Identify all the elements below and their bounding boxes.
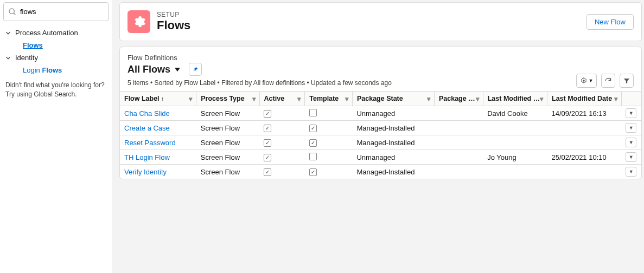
gear-icon <box>132 15 146 29</box>
col-flow-label[interactable]: Flow Label ↑▾ <box>120 92 196 106</box>
cell-process-type: Screen Flow <box>196 135 259 150</box>
cell-active: ✓ <box>259 165 305 179</box>
flow-link[interactable]: Create a Case <box>124 124 170 132</box>
row-actions-button[interactable]: ▼ <box>626 108 636 118</box>
table-row: Create a Case Screen Flow ✓ ✓ Managed-In… <box>120 121 641 135</box>
svg-point-0 <box>9 9 14 14</box>
gear-icon <box>580 77 588 84</box>
cell-process-type: Screen Flow <box>196 121 259 135</box>
cell-modified-by: David Cooke <box>483 106 547 121</box>
flow-link[interactable]: Verify Identity <box>124 168 167 176</box>
table-row: Verify Identity Screen Flow ✓ ✓ Managed-… <box>120 165 641 179</box>
filter-icon <box>623 77 630 84</box>
row-actions-button[interactable]: ▼ <box>626 123 636 133</box>
svg-point-2 <box>583 80 585 82</box>
cell-package-name <box>434 150 483 165</box>
chevron-down-icon: ▾ <box>252 95 256 103</box>
list-subtitle: Flow Definitions <box>127 54 634 62</box>
col-last-modified-date[interactable]: Last Modified Date▾ <box>547 92 622 106</box>
cell-template: ✓ <box>305 121 353 135</box>
cell-template <box>305 150 353 165</box>
list-view-dropdown[interactable] <box>175 68 180 72</box>
chevron-down-icon: ▾ <box>345 95 349 103</box>
main-content: SETUP Flows New Flow Flow Definitions Al… <box>112 0 644 273</box>
setup-gear-badge <box>127 10 150 33</box>
cell-package-state: Unmanaged <box>352 150 434 165</box>
cell-active: ✓ <box>259 150 305 165</box>
table-row: TH Login Flow Screen Flow ✓ Unmanaged Jo… <box>120 150 641 165</box>
caret-down-icon: ▼ <box>629 169 634 174</box>
filter-button[interactable] <box>620 74 634 88</box>
flow-link[interactable]: Cha Cha Slide <box>124 109 170 118</box>
quick-find-input[interactable] <box>20 8 104 16</box>
chevron-down-icon: ▾ <box>427 95 431 103</box>
cell-package-state: Unmanaged <box>352 106 434 121</box>
cell-modified-date: 25/02/2021 10:10 <box>547 150 622 165</box>
row-actions-button[interactable]: ▼ <box>626 138 636 147</box>
svg-line-1 <box>14 13 15 15</box>
table-row: Reset Password Screen Flow ✓ ✓ Managed-I… <box>120 135 641 150</box>
chevron-down-icon: ▾ <box>189 95 193 103</box>
breadcrumb: SETUP <box>157 11 190 18</box>
cell-package-name <box>434 106 483 121</box>
tree-link-login-flows[interactable]: Login Flows <box>23 66 62 74</box>
page-header-card: SETUP Flows New Flow <box>119 2 642 41</box>
cell-modified-by <box>483 121 547 135</box>
cell-modified-by: Jo Young <box>483 150 547 165</box>
list-view-card: Flow Definitions All Flows 5 items • Sor… <box>119 47 642 179</box>
quick-find-wrap <box>3 2 109 21</box>
checkbox-icon: ✓ <box>264 110 271 118</box>
table-row: Cha Cha Slide Screen Flow ✓ Unmanaged Da… <box>120 106 641 121</box>
chevron-down-icon: ▾ <box>297 95 301 103</box>
checkbox-icon: ✓ <box>309 168 317 176</box>
tree-section-identity[interactable]: Identity <box>3 51 109 64</box>
checkbox-icon: ✓ <box>264 168 271 176</box>
flow-link[interactable]: TH Login Flow <box>124 153 170 161</box>
checkbox-icon: ✓ <box>264 139 271 147</box>
col-active[interactable]: Active▾ <box>259 92 305 106</box>
list-settings-button[interactable]: ▼ <box>576 74 597 88</box>
chevron-down-icon: ▾ <box>614 95 618 103</box>
refresh-icon <box>604 77 612 84</box>
cell-package-state: Managed-Installed <box>352 165 434 179</box>
chevron-down-icon <box>4 29 12 37</box>
cell-modified-date <box>547 165 622 179</box>
cell-package-name <box>434 121 483 135</box>
checkbox-icon: ✓ <box>309 125 317 132</box>
row-actions-button[interactable]: ▼ <box>626 152 636 162</box>
pin-list-button[interactable] <box>189 63 202 76</box>
row-actions-button[interactable]: ▼ <box>626 167 636 177</box>
caret-down-icon: ▼ <box>629 154 634 160</box>
col-process-type[interactable]: Process Type▾ <box>196 92 259 106</box>
cell-modified-by <box>483 135 547 150</box>
cell-package-name <box>434 135 483 150</box>
checkbox-icon: ✓ <box>264 125 271 132</box>
cell-active: ✓ <box>259 135 305 150</box>
col-package-name[interactable]: Package …▾ <box>434 92 483 106</box>
caret-down-icon: ▼ <box>629 125 634 131</box>
cell-active: ✓ <box>259 106 305 121</box>
col-last-modified-by[interactable]: Last Modified …▾ <box>483 92 547 106</box>
caret-down-icon: ▼ <box>629 140 634 145</box>
tree-section-process-automation[interactable]: Process Automation <box>3 27 109 39</box>
sort-asc-icon: ↑ <box>161 95 164 102</box>
cell-modified-date <box>547 121 622 135</box>
list-meta: 5 items • Sorted by Flow Label • Filtere… <box>127 79 634 87</box>
cell-process-type: Screen Flow <box>196 150 259 165</box>
cell-modified-date <box>547 135 622 150</box>
refresh-button[interactable] <box>601 74 615 88</box>
tree-link-flows[interactable]: Flows <box>23 41 43 49</box>
chevron-down-icon: ▾ <box>476 95 480 103</box>
col-package-state[interactable]: Package State▾ <box>352 92 434 106</box>
chevron-down-icon <box>4 54 12 62</box>
flow-link[interactable]: Reset Password <box>124 139 176 147</box>
page-title: Flows <box>157 18 190 32</box>
checkbox-icon: ✓ <box>309 139 317 147</box>
col-template[interactable]: Template▾ <box>305 92 353 106</box>
new-flow-button[interactable]: New Flow <box>586 14 634 30</box>
setup-sidebar: Process Automation Flows Identity Login … <box>0 0 112 273</box>
cell-package-name <box>434 165 483 179</box>
cell-template: ✓ <box>305 135 353 150</box>
pin-icon <box>192 66 199 73</box>
cell-modified-by <box>483 165 547 179</box>
